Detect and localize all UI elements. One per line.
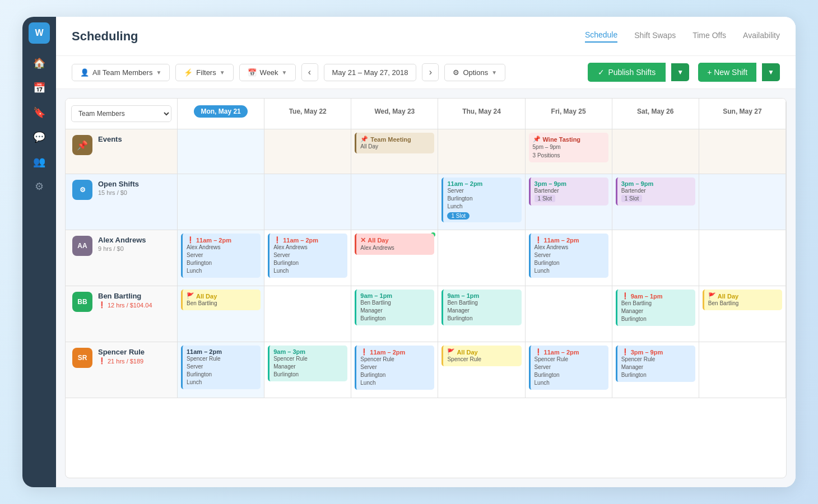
prev-week-button[interactable]: ‹: [301, 63, 318, 81]
open-tue-cell[interactable]: [264, 174, 351, 230]
alex-thu-cell[interactable]: [438, 230, 525, 286]
alex-mon-time: ❗ 11am – 2pm: [187, 236, 257, 244]
sidebar-icon-settings[interactable]: ⚙: [29, 176, 50, 197]
spencer-tue-shift[interactable]: 9am – 3pm Spencer RuleManagerBurlington: [268, 346, 347, 381]
check-icon: ✓: [598, 68, 605, 77]
date-range-label: May 21 – May 27, 2018: [324, 64, 417, 81]
ben-tue-cell[interactable]: [264, 286, 351, 342]
nav-time-offs[interactable]: Time Offs: [692, 31, 726, 42]
spencer-wed-shift[interactable]: ❗ 11am – 2pm Spencer RuleServerBurlingto…: [355, 346, 434, 390]
open-sat-shift[interactable]: 3pm – 9pm Bartender1 Slot: [616, 178, 695, 206]
open-sun-cell[interactable]: [699, 174, 786, 230]
ben-sat-cell[interactable]: ❗ 9am – 1pm Ben BartlingManagerBurlingto…: [612, 286, 699, 342]
sidebar-icon-home[interactable]: 🏠: [29, 53, 50, 74]
spencer-sun-cell[interactable]: [699, 342, 786, 398]
alex-fri-cell[interactable]: ❗ 11am – 2pm Alex AndrewsServerBurlingto…: [526, 230, 612, 286]
spencer-thu-time: 🚩 All Day: [447, 348, 517, 356]
spencer-mon-shift[interactable]: 11am – 2pm Spencer RuleServerBurlingtonL…: [181, 346, 261, 389]
main-area: Scheduling Schedule Shift Swaps Time Off…: [56, 17, 796, 487]
ben-thu-time: 9am – 1pm: [447, 292, 517, 299]
ben-wed-time: 9am – 1pm: [360, 292, 430, 299]
alex-tue-shift[interactable]: ❗ 11am – 2pm Alex AndrewsServerBurlingto…: [268, 234, 347, 278]
spencer-sat-shift[interactable]: ❗ 3pm – 9pm Spencer RuleManagerBurlingto…: [616, 346, 695, 382]
events-wed-cell[interactable]: 📌 Team Meeting All Day: [351, 129, 438, 174]
open-mon-cell[interactable]: [178, 174, 264, 230]
nav-schedule[interactable]: Schedule: [585, 30, 617, 43]
spencer-thu-cell[interactable]: 🚩 All Day Spencer Rule: [438, 342, 525, 398]
alex-sat-cell[interactable]: [612, 230, 699, 286]
spencer-fri-cell[interactable]: ❗ 11am – 2pm Spencer RuleServerBurlingto…: [526, 342, 612, 398]
events-sun-cell[interactable]: [699, 129, 786, 174]
open-shifts-avatar: ⚙: [72, 180, 92, 200]
alex-row-label: AA Alex Andrews 9 hrs / $0: [66, 230, 178, 286]
spencer-thu-shift[interactable]: 🚩 All Day Spencer Rule: [441, 346, 521, 366]
filters-button[interactable]: ⚡ Filters ▼: [175, 64, 233, 81]
ben-mon-cell[interactable]: 🚩 All Day Ben Bartling: [178, 286, 264, 342]
week-button[interactable]: 📅 Week ▼: [239, 64, 296, 81]
open-fri-shift[interactable]: 3pm – 9pm Bartender1 Slot: [529, 178, 608, 206]
open-fri-cell[interactable]: 3pm – 9pm Bartender1 Slot: [526, 174, 612, 230]
nav-availability[interactable]: Availability: [743, 31, 780, 42]
alex-sun-cell[interactable]: [699, 230, 786, 286]
publish-dropdown-button[interactable]: ▼: [671, 63, 689, 81]
ben-sun-shift[interactable]: 🚩 All Day Ben Bartling: [703, 290, 782, 310]
new-shift-button[interactable]: + New Shift: [698, 63, 756, 82]
alex-wed-shift[interactable]: ✕ All Day Alex Andrews: [355, 234, 434, 255]
alex-wed-cell[interactable]: ✕ All Day Alex Andrews: [351, 230, 438, 286]
top-bar: Scheduling Schedule Shift Swaps Time Off…: [56, 17, 796, 56]
ben-sun-time: 🚩 All Day: [708, 292, 778, 300]
open-thu-badge: 1 Slot: [447, 212, 470, 220]
toolbar: 👤 All Team Members ▼ ⚡ Filters ▼ 📅 Week …: [56, 56, 796, 89]
ben-wed-cell[interactable]: 9am – 1pm Ben BartlingManagerBurlington: [351, 286, 438, 342]
ben-thu-shift[interactable]: 9am – 1pm Ben BartlingManagerBurlington: [441, 290, 521, 325]
open-shifts-label-name: Open Shifts: [98, 180, 170, 188]
spencer-tue-cell[interactable]: 9am – 3pm Spencer RuleManagerBurlington: [264, 342, 351, 398]
alex-mon-detail: Alex AndrewsServerBurlingtonLunch: [187, 244, 257, 275]
team-meeting-event[interactable]: 📌 Team Meeting All Day: [355, 133, 434, 153]
open-thu-shift[interactable]: 11am – 2pm ServerBurlingtonLunch 1 Slot: [441, 178, 521, 222]
events-fri-cell[interactable]: 📌 Wine Tasting 5pm – 9pm3 Positions: [526, 129, 612, 174]
exclaim-icon-3: ❗: [535, 236, 542, 244]
next-week-button[interactable]: ›: [422, 63, 439, 81]
alex-tue-cell[interactable]: ❗ 11am – 2pm Alex AndrewsServerBurlingto…: [264, 230, 351, 286]
ben-fri-cell[interactable]: [526, 286, 612, 342]
calendar-container: Team Members Mon, May 21 Tue, May 22 Wed…: [65, 98, 787, 478]
caret-icon-4: ▼: [491, 69, 497, 76]
spencer-wed-cell[interactable]: ❗ 11am – 2pm Spencer RuleServerBurlingto…: [351, 342, 438, 398]
alex-mon-shift[interactable]: ❗ 11am – 2pm Alex AndrewsServerBurlingto…: [181, 234, 261, 278]
sidebar-icon-calendar[interactable]: 📅: [29, 77, 50, 99]
sidebar-icon-chat[interactable]: 💬: [29, 127, 50, 148]
ben-wed-shift[interactable]: 9am – 1pm Ben BartlingManagerBurlington: [355, 290, 434, 325]
spencer-mon-cell[interactable]: 11am – 2pm Spencer RuleServerBurlingtonL…: [178, 342, 264, 398]
events-mon-cell[interactable]: [178, 129, 264, 174]
ben-sun-cell[interactable]: 🚩 All Day Ben Bartling: [699, 286, 786, 342]
open-thu-cell[interactable]: 11am – 2pm ServerBurlingtonLunch 1 Slot: [438, 174, 525, 230]
spencer-mon-detail: Spencer RuleServerBurlingtonLunch: [187, 355, 257, 386]
sidebar-icon-bookmark[interactable]: 🔖: [29, 102, 50, 123]
events-sat-cell[interactable]: [612, 129, 699, 174]
wine-tasting-event[interactable]: 📌 Wine Tasting 5pm – 9pm3 Positions: [529, 133, 608, 162]
sidebar-icon-team[interactable]: 👥: [29, 151, 50, 172]
alex-label-text: Alex Andrews 9 hrs / $0: [98, 236, 170, 252]
ben-sat-shift[interactable]: ❗ 9am – 1pm Ben BartlingManagerBurlingto…: [616, 290, 695, 326]
alex-fri-shift[interactable]: ❗ 11am – 2pm Alex AndrewsServerBurlingto…: [529, 234, 608, 278]
ben-thu-cell[interactable]: 9am – 1pm Ben BartlingManagerBurlington: [438, 286, 525, 342]
spencer-fri-shift[interactable]: ❗ 11am – 2pm Spencer RuleServerBurlingto…: [529, 346, 608, 390]
ben-mon-shift[interactable]: 🚩 All Day Ben Bartling: [181, 290, 261, 310]
exclaim-icon-2: ❗: [273, 236, 281, 244]
open-wed-cell[interactable]: [351, 174, 438, 230]
nav-shift-swaps[interactable]: Shift Swaps: [634, 31, 676, 42]
publish-shifts-button[interactable]: ✓ Publish Shifts: [588, 63, 666, 82]
all-team-members-button[interactable]: 👤 All Team Members ▼: [72, 64, 170, 81]
person-icon: 👤: [80, 68, 89, 77]
new-shift-dropdown-button[interactable]: ▼: [762, 63, 780, 81]
events-tue-cell[interactable]: [264, 129, 351, 174]
spencer-sat-cell[interactable]: ❗ 3pm – 9pm Spencer RuleManagerBurlingto…: [612, 342, 699, 398]
open-sat-cell[interactable]: 3pm – 9pm Bartender1 Slot: [612, 174, 699, 230]
sidebar-logo: W: [29, 22, 50, 44]
events-thu-cell[interactable]: [438, 129, 525, 174]
members-select[interactable]: Team Members: [71, 105, 171, 122]
options-button[interactable]: ⚙ Options ▼: [444, 64, 505, 81]
col-header-sun: Sun, May 27: [699, 99, 786, 129]
alex-mon-cell[interactable]: ❗ 11am – 2pm Alex AndrewsServerBurlingto…: [178, 230, 264, 286]
